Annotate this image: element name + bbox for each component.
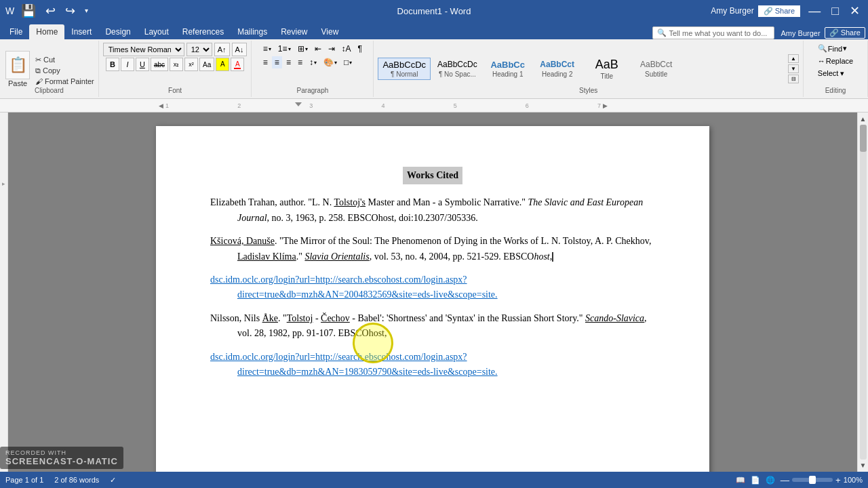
scroll-indicators: ▲ ▼ — [857, 113, 868, 472]
tab-home[interactable]: Home — [29, 24, 64, 39]
word-count: 2 of 86 words — [54, 476, 99, 484]
strikethrough-button[interactable]: abc — [151, 58, 168, 71]
style-heading1[interactable]: AaBbCc Heading 1 — [484, 58, 532, 81]
multilevel-list-button[interactable]: ⊞▾ — [295, 43, 311, 55]
main-area: ▸ Works Cited Elizabeth Trahan, author. … — [0, 113, 868, 472]
zoom-control: — + 100% — [781, 475, 863, 485]
select-button[interactable]: Select ▾ — [815, 68, 856, 79]
citation-3: Nilsson, Nils Åke. "Tolstoj - Čechov - B… — [210, 311, 655, 342]
ruler: ◀ 1234567 ▶ — [0, 99, 868, 113]
share-button[interactable]: 🔗 Share — [758, 5, 800, 17]
zoom-slider[interactable] — [792, 478, 833, 482]
styles-scroll-up[interactable]: ▲ — [788, 54, 799, 63]
text-effects-button[interactable]: Aa — [199, 58, 214, 71]
redo-button[interactable]: ↪ — [62, 5, 78, 17]
find-button[interactable]: 🔍 Find ▾ — [815, 43, 856, 54]
copy-button[interactable]: ⧉ Copy — [35, 66, 94, 75]
undo-button[interactable]: ↩ — [43, 5, 58, 17]
styles-scroll-buttons: ▲ ▼ ⊟ — [788, 54, 799, 83]
editing-label: Editing — [825, 87, 846, 94]
show-paragraph-button[interactable]: ¶ — [355, 43, 365, 55]
styles-expand[interactable]: ⊟ — [788, 75, 799, 83]
ribbon-user-name: Amy Burger — [781, 29, 821, 37]
tab-file[interactable]: File — [3, 24, 29, 39]
search-icon: 🔍 — [657, 28, 667, 37]
numbering-button[interactable]: 1≡▾ — [275, 43, 294, 55]
superscript-button[interactable]: x² — [184, 58, 198, 71]
status-bar-right: 📖 📄 🌐 — + 100% — [736, 475, 863, 485]
close-button[interactable]: ✕ — [847, 5, 863, 17]
align-center-button[interactable]: ≡ — [272, 56, 282, 68]
ribbon: 📋 Paste ✂ Cut ⧉ Copy 🖌 Format Painter Cl… — [0, 39, 868, 99]
bold-button[interactable]: B — [106, 58, 119, 71]
style-no-spacing[interactable]: AaBbCcDc ¶ No Spac... — [433, 58, 482, 79]
tab-review[interactable]: Review — [274, 24, 314, 39]
citation-2: Kšicová, Danuše. "The Mirror of the Soul… — [210, 234, 655, 264]
increase-indent-button[interactable]: ⇥ — [326, 43, 338, 55]
sort-button[interactable]: ↕A — [339, 43, 354, 55]
font-size-select[interactable]: 12 — [186, 43, 212, 56]
customize-qat-button[interactable]: ▾ — [82, 7, 91, 14]
clipboard-group: 📋 Paste ✂ Cut ⧉ Copy 🖌 Format Painter Cl… — [0, 41, 99, 97]
editing-group: 🔍 Find ▾ ↔ Replace Select ▾ Editing — [804, 41, 868, 97]
font-color-button[interactable]: A — [231, 58, 244, 71]
tab-view[interactable]: View — [315, 24, 346, 39]
align-left-button[interactable]: ≡ — [260, 56, 271, 68]
cut-button[interactable]: ✂ Cut — [35, 56, 94, 64]
watermark: RECORDED WITH SCREENCAST-O-MATIC — [0, 447, 123, 469]
replace-button[interactable]: ↔ Replace — [815, 56, 856, 66]
borders-button[interactable]: □▾ — [341, 56, 355, 68]
font-name-select[interactable]: Times New Roman — [103, 43, 184, 56]
document-page: Works Cited Elizabeth Trahan, author. "L… — [156, 126, 709, 472]
title-bar: W 💾 ↩ ↪ ▾ Document1 - Word Amy Burger 🔗 … — [0, 0, 868, 22]
ribbon-tabs: File Home Insert Design Layout Reference… — [0, 22, 868, 39]
subscript-button[interactable]: x₂ — [170, 58, 183, 71]
tab-references[interactable]: References — [176, 24, 231, 39]
zoom-in-button[interactable]: + — [835, 475, 841, 485]
style-normal[interactable]: AaBbCcDc ¶ Normal — [378, 58, 431, 81]
decrease-font-button[interactable]: A↓ — [232, 43, 248, 56]
left-sidebar: ▸ — [0, 113, 8, 472]
scissors-icon: ✂ — [35, 56, 41, 64]
underline-button[interactable]: U — [136, 58, 149, 71]
line-spacing-button[interactable]: ↕▾ — [307, 56, 319, 68]
tab-insert[interactable]: Insert — [64, 24, 98, 39]
align-right-button[interactable]: ≡ — [283, 56, 294, 68]
bullets-button[interactable]: ≡▾ — [260, 43, 274, 55]
works-cited-title: Works Cited — [403, 167, 462, 184]
document-scroll[interactable]: Works Cited Elizabeth Trahan, author. "L… — [8, 113, 857, 472]
web-layout-button[interactable]: 🌐 — [766, 476, 775, 485]
tab-layout[interactable]: Layout — [138, 24, 176, 39]
word-icon: W — [5, 5, 14, 16]
styles-label: Styles — [579, 87, 597, 94]
increase-font-button[interactable]: A↑ — [214, 43, 230, 56]
style-subtitle[interactable]: AaBbCct Subtitle — [633, 58, 680, 79]
zoom-out-button[interactable]: — — [781, 475, 789, 485]
justify-button[interactable]: ≡ — [295, 56, 305, 68]
minimize-button[interactable]: — — [806, 5, 823, 17]
scroll-up-button[interactable]: ▲ — [860, 115, 867, 123]
save-button[interactable]: 💾 — [18, 5, 39, 17]
tell-me-input[interactable]: 🔍 Tell me what you want to do... — [652, 26, 774, 39]
font-label: Font — [168, 87, 182, 94]
shading-button[interactable]: 🎨▾ — [321, 56, 340, 68]
citation-1: Elizabeth Trahan, author. "L. N. Tolstoj… — [210, 195, 655, 226]
paste-button[interactable]: 📋 Paste — [4, 49, 31, 89]
tab-design[interactable]: Design — [98, 24, 137, 39]
italic-button[interactable]: I — [121, 58, 134, 71]
style-title[interactable]: AaB Title — [583, 56, 631, 83]
tab-mailings[interactable]: Mailings — [231, 24, 274, 39]
styles-group: AaBbCcDc ¶ Normal AaBbCcDc ¶ No Spac... … — [374, 41, 804, 97]
share-ribbon-button[interactable]: 🔗 Share — [825, 27, 865, 39]
document-title: Document1 - Word — [397, 6, 471, 16]
copy-icon: ⧉ — [35, 66, 41, 75]
decrease-indent-button[interactable]: ⇤ — [312, 43, 324, 55]
read-mode-button[interactable]: 📖 — [736, 476, 745, 485]
style-heading2[interactable]: AaBbCct Heading 2 — [534, 58, 581, 79]
scroll-down-button[interactable]: ▼ — [860, 462, 867, 469]
highlight-button[interactable]: A — [216, 58, 229, 71]
print-layout-button[interactable]: 📄 — [751, 476, 760, 485]
maximize-button[interactable]: □ — [829, 5, 842, 17]
title-bar-left: W 💾 ↩ ↪ ▾ — [5, 5, 91, 17]
styles-scroll-down[interactable]: ▼ — [788, 64, 799, 73]
